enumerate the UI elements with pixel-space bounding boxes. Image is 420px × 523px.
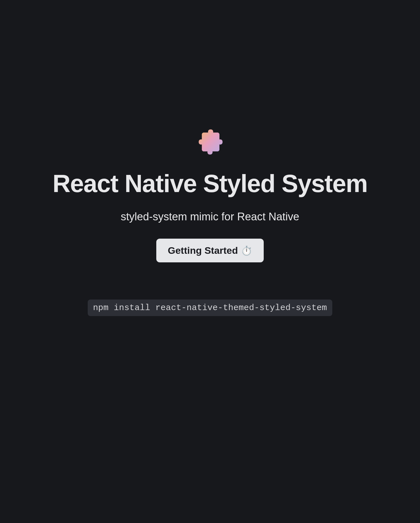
cta-label: Getting Started: [168, 245, 238, 256]
stopwatch-icon: ⏱️: [241, 245, 252, 256]
hero-subtitle: styled-system mimic for React Native: [121, 211, 299, 223]
hero-title: React Native Styled System: [53, 170, 367, 197]
getting-started-button[interactable]: Getting Started ⏱️: [156, 239, 264, 262]
puzzle-piece-icon: [194, 127, 226, 158]
hero-section: React Native Styled System styled-system…: [53, 127, 367, 316]
install-command[interactable]: npm install react-native-themed-styled-s…: [88, 300, 332, 316]
logo-wrapper: [194, 127, 226, 158]
